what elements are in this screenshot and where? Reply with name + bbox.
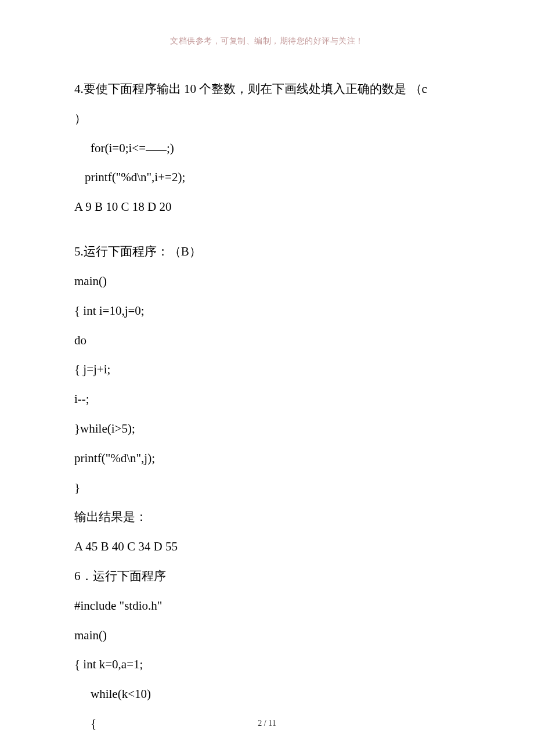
q5-code-7: printf("%d\n",j); — [74, 444, 460, 473]
q5-code-3: do — [74, 326, 460, 355]
q5-code-1: main() — [74, 267, 460, 296]
q5-prompt: 5.运行下面程序：（B） — [74, 237, 460, 267]
q6-code-4: while(k<10) — [74, 679, 460, 709]
q6-code-1: #include "stdio.h" — [74, 591, 460, 621]
q5-code-4: { j=j+i; — [74, 355, 460, 384]
page-container: 文档供参考，可复制、编制，期待您的好评与关注！ 4.要使下面程序输出 10 个整… — [0, 0, 534, 739]
q4-code-line2: printf("%d\n",i+=2); — [74, 163, 460, 192]
q4-code-line1: for(i=0;i<=;) — [74, 134, 460, 163]
q4-code1-pre: for(i=0;i<= — [91, 141, 146, 155]
q5-options: A 45 B 40 C 34 D 55 — [74, 532, 460, 561]
q4-prompt-line1: 4.要使下面程序输出 10 个整数，则在下画线处填入正确的数是 （c — [74, 74, 460, 104]
q4-code1-post: ;) — [167, 141, 174, 155]
q5-result-label: 输出结果是： — [74, 502, 460, 532]
q5-code-6: }while(i>5); — [74, 414, 460, 444]
blank-underline — [146, 150, 167, 151]
header-note: 文档供参考，可复制、编制，期待您的好评与关注！ — [74, 36, 460, 46]
page-footer: 2 / 11 — [0, 719, 534, 728]
q5-code-2: { int i=10,j=0; — [74, 296, 460, 326]
spacer — [74, 222, 460, 237]
q6-code-3: { int k=0,a=1; — [74, 650, 460, 679]
q5-code-8: } — [74, 473, 460, 503]
q5-code-5: i--; — [74, 384, 460, 414]
document-body: 4.要使下面程序输出 10 个整数，则在下画线处填入正确的数是 （c ） for… — [74, 74, 460, 739]
q6-prompt: 6．运行下面程序 — [74, 561, 460, 591]
q4-prompt-line2: ） — [74, 104, 460, 134]
q6-code-2: main() — [74, 621, 460, 650]
q4-options: A 9 B 10 C 18 D 20 — [74, 192, 460, 222]
